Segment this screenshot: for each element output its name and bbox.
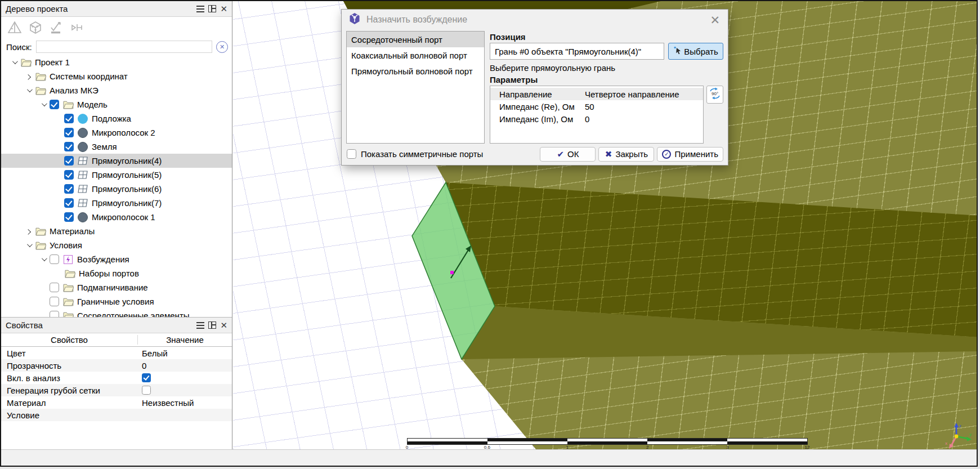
position-field[interactable]: Грань #0 объекта "Прямоугольник(4)" (490, 43, 664, 60)
dialog-titlebar[interactable]: Назначить возбуждение ✕ (342, 10, 728, 30)
ok-button[interactable]: ✔ ОК (540, 147, 596, 162)
port-type-item[interactable]: Коаксиальный волновой порт (347, 47, 484, 63)
check-icon: ✔ (557, 150, 564, 158)
property-value: Неизвестный (138, 398, 232, 408)
property-row[interactable]: Прозрачность0 (1, 359, 232, 372)
folder-icon (62, 310, 74, 318)
y-axis-label: y (969, 432, 972, 437)
property-value (138, 373, 232, 382)
apply-button[interactable]: ✓ Применить (657, 147, 723, 162)
tree-item-модель[interactable]: Модель (1, 97, 232, 111)
rotate-direction-button[interactable]: 90° (706, 86, 723, 104)
menu-icon[interactable] (196, 6, 204, 12)
axis-triad: z y x (941, 422, 976, 449)
x-icon: ✖ (605, 150, 612, 158)
dock-icon[interactable] (208, 321, 216, 329)
tree-checkbox[interactable] (50, 283, 59, 292)
property-name: Вкл. в анализ (1, 373, 138, 383)
port-type-item[interactable]: Прямоугольный волновой порт (347, 63, 484, 79)
property-column-label: Свойство (1, 335, 138, 345)
tree-checkbox[interactable] (64, 114, 74, 123)
close-icon[interactable]: ✕ (708, 14, 722, 26)
tree-item-анализ-мкэ[interactable]: Анализ МКЭ (1, 83, 232, 97)
folder-icon (62, 99, 74, 110)
tree-item-подложка[interactable]: Подложка (1, 111, 232, 126)
property-row[interactable]: МатериалНеизвестный (1, 396, 232, 409)
tree-checkbox[interactable] (50, 297, 59, 306)
tree-checkbox[interactable] (64, 212, 74, 222)
tree-item-подмагничивание[interactable]: Подмагничивание (1, 280, 232, 294)
parameter-row[interactable]: НаправлениеЧетвертое направление (490, 88, 703, 100)
search-row: Поиск: ✕ (1, 38, 232, 55)
tree-item-label: Сосредоточенные элементы (77, 311, 190, 318)
folder-icon (62, 282, 74, 293)
tree-checkbox[interactable] (64, 198, 74, 208)
property-row[interactable]: Вкл. в анализ (1, 372, 232, 384)
excitation-dialog-icon (348, 12, 361, 27)
tree-item-label: Анализ МКЭ (50, 86, 99, 95)
tetrahedron-icon[interactable] (7, 20, 23, 35)
tree-checkbox[interactable] (64, 170, 74, 180)
face-hint-text: Выберите прямоугольную грань (490, 61, 723, 74)
property-value: 0 (138, 361, 232, 370)
cube-icon[interactable] (28, 20, 43, 35)
close-icon[interactable]: ✕ (220, 321, 227, 329)
rect-sheet-icon (77, 198, 88, 208)
tree-item-наборы-портов[interactable]: Наборы портов (1, 266, 232, 280)
tree-item-граничные-условия[interactable]: Граничные условия (1, 294, 232, 309)
expander-right-icon[interactable] (23, 229, 35, 233)
tree-item-label: Прямоугольник(5) (92, 170, 162, 180)
clear-circle-icon[interactable]: ✕ (216, 41, 228, 53)
properties-title: Свойства (6, 320, 196, 330)
menu-icon[interactable] (196, 322, 204, 329)
close-button[interactable]: ✖ Закрыть (598, 147, 654, 162)
tree-checkbox[interactable] (50, 254, 59, 264)
expander-down-icon[interactable] (23, 88, 35, 92)
y-axis-arrow (966, 437, 972, 441)
tree-item-прямоугольник-5-[interactable]: Прямоугольник(5) (1, 168, 232, 182)
tree-checkbox[interactable] (50, 100, 59, 109)
port-icon[interactable] (69, 20, 85, 35)
tree-checkbox[interactable] (64, 142, 74, 151)
symmetric-ports-checkbox[interactable] (347, 149, 356, 159)
ruler-tick-label: 3 (726, 445, 728, 449)
tree-checkbox[interactable] (64, 184, 74, 194)
expander-right-icon[interactable] (23, 74, 35, 78)
dock-icon[interactable] (208, 5, 216, 12)
tree-item-label: Земля (92, 142, 117, 151)
property-checkbox[interactable] (142, 373, 151, 382)
tree-item-микрополосок-2[interactable]: Микрополосок 2 (1, 126, 232, 140)
property-row[interactable]: Условие (1, 409, 232, 421)
tree-checkbox[interactable] (64, 156, 74, 166)
parameter-row[interactable]: Импеданс (Im), Ом0 (490, 113, 703, 125)
expander-down-icon[interactable] (23, 243, 35, 247)
tree-item-земля[interactable]: Земля (1, 140, 232, 154)
select-face-button[interactable]: Выбрать (668, 43, 723, 60)
tree-item-прямоугольник-4-[interactable]: Прямоугольник(4) (1, 154, 232, 168)
tree-item-прямоугольник-7-[interactable]: Прямоугольник(7) (1, 196, 232, 210)
expander-down-icon[interactable] (37, 257, 50, 261)
tree-item-сосредоточенные-элементы[interactable]: Сосредоточенные элементы (1, 309, 232, 318)
port-type-item[interactable]: Сосредоточенный порт (347, 32, 484, 47)
tree-checkbox[interactable] (50, 311, 59, 318)
expander-down-icon[interactable] (8, 60, 20, 64)
tree-item-микрополосок-1[interactable]: Микрополосок 1 (1, 210, 232, 224)
tree-item-возбуждения[interactable]: Возбуждения (1, 252, 232, 266)
parameter-row[interactable]: Импеданс (Re), Ом50 (490, 100, 703, 113)
tree-item-проект-1[interactable]: Проект 1 (1, 55, 232, 69)
tree-item-материалы[interactable]: Материалы (1, 224, 232, 238)
tree-item-системы-координат[interactable]: Системы координат (1, 69, 232, 83)
property-checkbox[interactable] (142, 386, 151, 395)
property-row[interactable]: Генерация грубой сетки (1, 384, 232, 396)
mesh-check-icon[interactable] (48, 20, 64, 35)
properties-table: ЦветБелыйПрозрачность0Вкл. в анализГенер… (1, 347, 232, 421)
property-row[interactable]: ЦветБелый (1, 347, 232, 359)
tree-item-условия[interactable]: Условия (1, 238, 232, 252)
scale-ruler: 00.612312 мм (407, 438, 808, 449)
tree-item-прямоугольник-6-[interactable]: Прямоугольник(6) (1, 182, 232, 196)
search-input[interactable] (36, 41, 212, 53)
expander-down-icon[interactable] (37, 102, 50, 106)
parameter-name: Импеданс (Im), Ом (499, 114, 585, 124)
tree-checkbox[interactable] (64, 128, 74, 137)
close-icon[interactable]: ✕ (220, 5, 227, 13)
